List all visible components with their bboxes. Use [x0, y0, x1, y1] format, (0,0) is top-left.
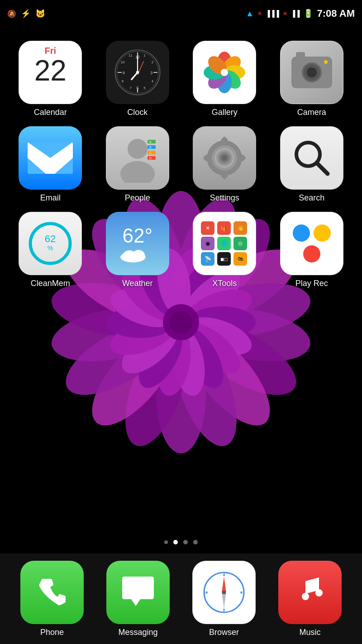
- svg-text:C: C: [149, 151, 152, 154]
- cleanmem-label: CleanMem: [31, 279, 70, 288]
- weather-temp: 62°: [122, 224, 152, 247]
- usb-icon: ⚡: [21, 9, 31, 19]
- messaging-icon[interactable]: [106, 561, 170, 624]
- signal-bars-icon: ▐▐▐: [266, 10, 279, 17]
- cleanmem-icon[interactable]: 62 %: [19, 212, 82, 275]
- app-settings[interactable]: Settings: [183, 126, 266, 203]
- dock-messaging[interactable]: Messaging: [106, 561, 170, 637]
- app-search[interactable]: Search: [271, 126, 353, 203]
- gallery-label: Gallery: [212, 108, 238, 117]
- email-body-right: [55, 158, 73, 174]
- page-dot-3: [193, 540, 198, 544]
- svg-text:5: 5: [143, 86, 145, 90]
- weather-cloud-svg: [119, 247, 156, 263]
- weather-icon[interactable]: 62°: [106, 212, 169, 275]
- camera-lens-inner: [307, 67, 317, 77]
- music-icon[interactable]: [278, 561, 342, 624]
- app-cleanmem[interactable]: 62 % CleanMem: [9, 212, 92, 288]
- browser-icon[interactable]: N E S W: [192, 561, 256, 624]
- app-people[interactable]: A B C D People: [96, 126, 179, 203]
- xtools-grid: ✕ 🎁 👋 ◉ 🌐 ⊙ 📡 ◼◻ 🛍: [197, 218, 252, 269]
- search-icon[interactable]: [280, 126, 343, 190]
- settings-svg: [202, 135, 247, 181]
- app-email[interactable]: Email: [9, 126, 92, 203]
- xtools-cell-4: ◉: [201, 237, 214, 250]
- svg-point-37: [170, 311, 192, 334]
- phone-svg: [34, 574, 70, 611]
- app-clock[interactable]: 12 3 6 9 1 2 4 5 7 8 10 11 Clock: [96, 41, 179, 117]
- playrec-label: Play Rec: [295, 279, 328, 288]
- xtools-cell-2: 🎁: [217, 221, 231, 235]
- camera-icon[interactable]: [280, 41, 343, 104]
- app-weather[interactable]: 62° Weather: [96, 212, 179, 288]
- camera-dot: [324, 60, 328, 64]
- email-label: Email: [40, 193, 61, 203]
- app-xtools[interactable]: ✕ 🎁 👋 ◉ 🌐 ⊙ 📡 ◼◻ 🛍 XTools: [183, 212, 266, 288]
- people-svg: A B C D: [115, 133, 160, 183]
- music-label: Music: [299, 628, 320, 637]
- clock-icon[interactable]: 12 3 6 9 1 2 4 5 7 8 10 11: [106, 41, 169, 104]
- signal-bars2-icon: ▐▐: [291, 10, 300, 17]
- weather-label: Weather: [122, 279, 153, 288]
- gallery-icon[interactable]: [193, 41, 256, 104]
- svg-rect-71: [148, 140, 156, 143]
- xtools-icon[interactable]: ✕ 🎁 👋 ◉ 🌐 ⊙ 📡 ◼◻ 🛍: [193, 212, 256, 275]
- status-right-icons: ▲ ✕ ▐▐▐ ✕ ▐▐ 🔋 7:08 AM: [246, 8, 355, 19]
- svg-rect-72: [148, 145, 156, 149]
- xtools-cell-6: ⊙: [233, 237, 247, 250]
- app-calendar[interactable]: Fri 22 Calendar: [9, 41, 92, 117]
- svg-rect-114: [302, 593, 309, 600]
- app-camera[interactable]: Camera: [271, 41, 353, 117]
- status-time: 7:08 AM: [317, 8, 355, 19]
- app-playrec[interactable]: Play Rec: [271, 212, 353, 288]
- dock-phone[interactable]: Phone: [20, 561, 84, 637]
- people-label: People: [125, 193, 150, 203]
- page-dots: [0, 540, 362, 544]
- status-bar: 🔕 ⚡ 🐱 ▲ ✕ ▐▐▐ ✕ ▐▐ 🔋 7:08 AM: [0, 0, 362, 27]
- camera-body: [291, 57, 332, 88]
- app-grid: Fri 22 Calendar 12 3 6 9 1 2 4: [0, 36, 362, 293]
- cat-icon: 🐱: [35, 9, 45, 19]
- playrec-icon[interactable]: [280, 212, 343, 275]
- messaging-svg: [118, 572, 158, 613]
- svg-point-101: [132, 250, 145, 261]
- settings-icon[interactable]: [193, 126, 256, 190]
- dock-music[interactable]: Music: [278, 561, 342, 637]
- svg-point-68: [221, 69, 228, 76]
- music-svg: [292, 572, 328, 613]
- page-dot-1-active: [173, 540, 178, 544]
- browser-label: Browser: [209, 628, 239, 637]
- xtools-label: XTools: [212, 279, 237, 288]
- svg-text:10: 10: [120, 60, 124, 64]
- calendar-date: 22: [34, 56, 67, 85]
- app-gallery[interactable]: Gallery: [183, 41, 266, 117]
- email-envelope: [28, 142, 73, 174]
- battery-icon: 🔋: [303, 9, 313, 19]
- clock-label: Clock: [127, 108, 148, 117]
- svg-text:S: S: [223, 610, 225, 614]
- no-signal-icon: 🔕: [7, 10, 16, 18]
- svg-text:D: D: [149, 157, 152, 160]
- svg-text:B: B: [149, 146, 152, 149]
- playrec-dots: [291, 224, 332, 262]
- camera-lens: [302, 62, 322, 82]
- xtools-cell-7: 📡: [201, 252, 214, 266]
- svg-point-113: [222, 591, 226, 594]
- xtools-cell-8: ◼◻: [217, 252, 231, 266]
- calendar-icon[interactable]: Fri 22: [19, 41, 82, 104]
- svg-text:3: 3: [150, 71, 152, 75]
- svg-point-93: [222, 155, 227, 161]
- svg-text:1: 1: [143, 53, 145, 57]
- svg-point-69: [128, 139, 148, 159]
- dock-browser[interactable]: N E S W Browser: [192, 561, 256, 637]
- xtools-cell-3: 👋: [233, 221, 247, 235]
- email-icon[interactable]: [19, 126, 82, 190]
- people-icon[interactable]: A B C D: [106, 126, 169, 190]
- svg-text:A: A: [149, 140, 152, 143]
- email-body-left: [28, 158, 46, 174]
- svg-line-95: [317, 163, 328, 174]
- svg-text:4: 4: [152, 79, 154, 83]
- phone-icon[interactable]: [20, 561, 84, 624]
- cleanmem-svg: 62 %: [25, 219, 75, 268]
- svg-point-59: [136, 71, 139, 74]
